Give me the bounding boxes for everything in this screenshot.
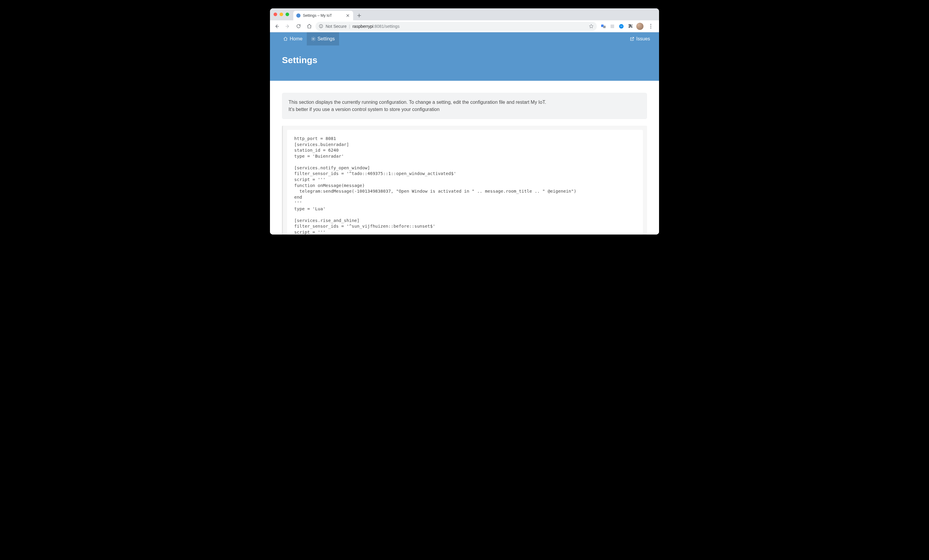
- external-link-icon: [630, 37, 635, 41]
- page-header: Home Settings Issues Settings: [270, 32, 659, 81]
- back-button[interactable]: [272, 22, 281, 31]
- square-icon: [610, 24, 615, 29]
- reload-button[interactable]: [294, 22, 303, 31]
- nav-home-label: Home: [290, 36, 303, 41]
- tab-close-button[interactable]: [345, 13, 350, 18]
- titlebar: Settings – My IoT: [270, 8, 659, 20]
- svg-point-1: [320, 25, 321, 26]
- extension-icons: [599, 22, 657, 31]
- url-text: raspberrypi:8081/settings: [353, 24, 400, 29]
- messenger-icon: [619, 24, 624, 29]
- window-controls: [274, 12, 289, 16]
- home-icon: [283, 37, 288, 41]
- arrow-left-icon: [274, 24, 279, 29]
- nav-settings-label: Settings: [317, 36, 335, 41]
- plus-icon: [357, 14, 361, 18]
- bookmark-button[interactable]: [589, 24, 594, 29]
- address-separator: |: [349, 24, 350, 29]
- address-bar[interactable]: Not Secure | raspberrypi:8081/settings: [316, 22, 597, 31]
- site-info-icon[interactable]: [319, 24, 323, 29]
- translate-icon: [601, 24, 606, 29]
- home-button[interactable]: [305, 22, 314, 31]
- star-icon: [589, 24, 594, 29]
- close-icon: [346, 14, 349, 17]
- extension-placeholder[interactable]: [609, 23, 615, 29]
- nav-settings[interactable]: Settings: [307, 32, 339, 46]
- close-window-button[interactable]: [274, 12, 277, 16]
- info-notice: This section displays the currently runn…: [282, 93, 647, 119]
- profile-avatar[interactable]: [636, 23, 644, 30]
- puzzle-icon: [628, 24, 633, 29]
- page: Home Settings Issues Settings This secti…: [270, 32, 659, 234]
- home-icon: [307, 24, 312, 29]
- tab-title: Settings – My IoT: [303, 14, 343, 18]
- new-tab-button[interactable]: [355, 11, 363, 20]
- translate-extension[interactable]: [600, 23, 606, 29]
- browser-menu-button[interactable]: [647, 22, 655, 31]
- nav-issues[interactable]: Issues: [630, 36, 650, 41]
- nav-issues-label: Issues: [636, 36, 650, 41]
- messenger-extension[interactable]: [618, 23, 624, 29]
- svg-rect-4: [603, 25, 606, 28]
- security-label: Not Secure: [326, 24, 346, 29]
- config-codeblock: http_port = 8081 [services.buienradar] s…: [287, 130, 643, 234]
- navbar: Home Settings Issues: [270, 32, 659, 46]
- arrow-right-icon: [285, 24, 290, 29]
- tab-strip: Settings – My IoT: [293, 8, 363, 20]
- maximize-window-button[interactable]: [285, 12, 289, 16]
- browser-window: Settings – My IoT Not S: [270, 8, 659, 234]
- minimize-window-button[interactable]: [279, 12, 283, 16]
- url-host: raspberrypi: [353, 24, 374, 29]
- nav-left: Home Settings: [279, 32, 339, 46]
- svg-point-7: [313, 38, 314, 40]
- url-path: :8081/settings: [374, 24, 400, 29]
- nav-home[interactable]: Home: [279, 32, 307, 46]
- page-title: Settings: [270, 46, 659, 81]
- tab-favicon: [296, 14, 300, 18]
- browser-toolbar: Not Secure | raspberrypi:8081/settings: [270, 20, 659, 32]
- notice-line-2: It's better if you use a version control…: [288, 106, 641, 113]
- gear-icon: [311, 37, 316, 41]
- info-icon: [319, 24, 323, 28]
- svg-rect-5: [610, 24, 614, 28]
- extensions-button[interactable]: [627, 23, 633, 29]
- forward-button[interactable]: [283, 22, 292, 31]
- notice-line-1: This section displays the currently runn…: [288, 99, 641, 106]
- content: This section displays the currently runn…: [270, 81, 659, 234]
- config-code: http_port = 8081 [services.buienradar] s…: [294, 136, 636, 234]
- config-panel: http_port = 8081 [services.buienradar] s…: [282, 125, 647, 234]
- reload-icon: [296, 24, 301, 29]
- browser-tab[interactable]: Settings – My IoT: [293, 11, 353, 20]
- svg-rect-2: [320, 26, 321, 27]
